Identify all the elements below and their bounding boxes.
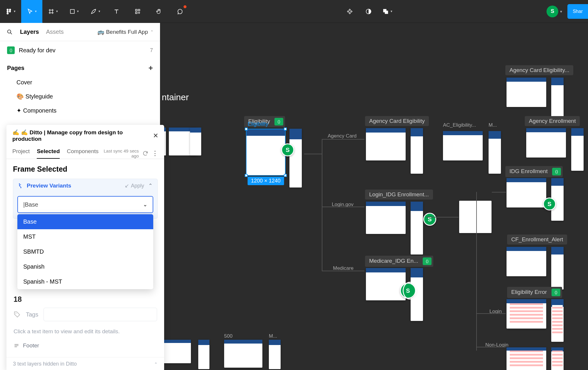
mini-frame-blank[interactable]: [459, 201, 492, 233]
tab-components[interactable]: Components: [67, 148, 99, 159]
frame-label-agency-card-elig-top[interactable]: Agency Card Eligibility...: [505, 65, 573, 75]
text-tool[interactable]: [106, 0, 127, 23]
mini-frame[interactable]: [489, 131, 501, 174]
variant-option-spanish-mst[interactable]: Spanish - MST: [17, 274, 153, 289]
page-item-components[interactable]: ✦ Components: [0, 103, 160, 118]
mini-frame[interactable]: [507, 347, 546, 370]
resources-tool[interactable]: [127, 0, 148, 23]
collaborator-avatar[interactable]: S: [543, 197, 556, 210]
mini-frame[interactable]: [198, 340, 209, 369]
dev-badge-icon: ⟨⟩: [7, 46, 15, 54]
chevron-down-icon: ▾: [99, 9, 100, 13]
variant-select[interactable]: |Base ⌄: [17, 196, 153, 213]
pen-tool[interactable]: ▾: [85, 0, 106, 23]
mini-frame[interactable]: [366, 202, 406, 234]
variant-option-sbmtd[interactable]: SBMTD: [17, 244, 153, 259]
mini-frame[interactable]: [526, 128, 566, 158]
page-selector[interactable]: 🚌 Benefits Full App ⌃: [97, 29, 154, 35]
multiplayer-tool[interactable]: ▾: [382, 6, 393, 17]
frame-label-medicare-idg[interactable]: Medicare_IDG En... ⟨⟩: [365, 256, 433, 267]
flow-label-medicare: Medicare: [333, 265, 354, 271]
frame-label-eligibility-error[interactable]: Eligibility Error ⟨⟩: [507, 287, 562, 298]
mini-frame[interactable]: [411, 202, 423, 255]
mini-frame[interactable]: [507, 178, 546, 207]
mini-frame[interactable]: [571, 128, 584, 171]
collaborator-avatar[interactable]: S: [423, 213, 436, 226]
components-overview[interactable]: [344, 6, 356, 17]
selected-frame-eligibility[interactable]: Eligibiilty 1200 × 1240: [246, 129, 286, 176]
collaborator-avatar-stack[interactable]: S: [400, 283, 416, 299]
user-avatar-menu[interactable]: S ▾: [547, 6, 562, 17]
preview-variants-header[interactable]: Preview Variants ↙ Apply ⌃: [13, 179, 157, 192]
svg-rect-6: [136, 9, 137, 11]
tab-layers[interactable]: Layers: [20, 29, 39, 35]
mini-frame[interactable]: [366, 268, 406, 300]
frame-label-m2[interactable]: M...: [269, 333, 277, 339]
comment-tool[interactable]: [169, 0, 191, 23]
add-page-button[interactable]: +: [149, 63, 153, 73]
mini-frame[interactable]: [551, 347, 564, 370]
ready-for-dev-label: Ready for dev: [19, 47, 56, 54]
dev-chip-icon: ⟨⟩: [552, 289, 560, 296]
share-button[interactable]: Shar: [567, 4, 588, 19]
page-item-styleguide[interactable]: 🎨 Styleguide: [0, 89, 160, 103]
tags-input[interactable]: [44, 308, 157, 321]
mini-frame[interactable]: [289, 129, 302, 187]
mini-frame[interactable]: [551, 78, 564, 120]
frame-label-agency-card-elig[interactable]: Agency Card Eligibility: [365, 116, 429, 126]
svg-rect-2: [7, 11, 9, 12]
hidden-layers-bar[interactable]: 3 text layers hidden in Ditto ⌃: [6, 357, 164, 370]
footer-text-item[interactable]: Footer: [13, 340, 158, 351]
shape-tool[interactable]: ▾: [64, 0, 85, 23]
mini-frame[interactable]: [269, 340, 281, 369]
tab-project[interactable]: Project: [12, 148, 30, 159]
branch-icon: [18, 183, 24, 189]
mini-frame[interactable]: [551, 299, 564, 342]
mini-frame[interactable]: [190, 128, 201, 155]
canvas[interactable]: ntainer Eligibility ⟨⟩ Eligibiilty 1200 …: [160, 23, 588, 370]
more-menu-button[interactable]: ⋮: [152, 150, 158, 157]
frame-label-cf-enrollment[interactable]: CF_Enrollment_Alert: [507, 235, 567, 245]
frame-label-m[interactable]: M...: [489, 122, 497, 128]
tab-assets[interactable]: Assets: [46, 29, 64, 35]
apply-button[interactable]: ↙ Apply: [125, 183, 144, 189]
page-item-cover[interactable]: Cover: [0, 76, 160, 89]
collaborator-avatar[interactable]: S: [281, 143, 294, 156]
search-icon[interactable]: [6, 29, 13, 35]
frame-label-500[interactable]: 500: [224, 333, 232, 339]
hand-tool[interactable]: [148, 0, 169, 23]
mini-frame[interactable]: [507, 78, 546, 107]
frame-label-agency-enrollment[interactable]: Agency Enrollment: [525, 116, 580, 126]
variant-option-mst[interactable]: MST: [17, 229, 153, 244]
ditto-header: ✍️ ✍️ Ditto | Manage copy from design to…: [6, 125, 164, 146]
frame-label-ac-elig[interactable]: AC_Eligibility...: [443, 122, 476, 128]
mini-frame[interactable]: [507, 247, 546, 276]
mini-frame[interactable]: [443, 131, 483, 160]
ready-for-dev-row[interactable]: ⟨⟩ Ready for dev 7: [0, 41, 160, 59]
selection-label: Eligibiilty: [248, 121, 268, 127]
refresh-icon[interactable]: [142, 150, 148, 157]
frame-label-login-idg[interactable]: Login_IDG Enrollment...: [365, 190, 433, 200]
pages-label: Pages: [7, 65, 24, 71]
figma-menu-button[interactable]: ▾: [0, 0, 21, 23]
tab-selected[interactable]: Selected: [37, 148, 60, 159]
close-button[interactable]: ✕: [153, 132, 158, 140]
frame-tool[interactable]: ▾: [42, 0, 64, 23]
svg-rect-11: [385, 11, 388, 14]
variant-option-base[interactable]: Base: [17, 214, 153, 229]
mini-frame[interactable]: [507, 299, 546, 329]
frame-label-idg-enrollment[interactable]: IDG Enrollment ⟨⟩: [505, 166, 563, 177]
chevron-down-icon: ▾: [77, 9, 79, 13]
move-tool[interactable]: ▾: [21, 0, 42, 23]
mini-frame[interactable]: [163, 340, 191, 363]
mini-frame[interactable]: [366, 128, 406, 160]
mini-frame[interactable]: [224, 340, 262, 368]
mini-frame[interactable]: [551, 247, 564, 289]
svg-rect-0: [7, 9, 9, 10]
dev-mode-toggle[interactable]: [363, 6, 374, 17]
variant-option-spanish[interactable]: Spanish: [17, 259, 153, 274]
mini-frame[interactable]: [411, 128, 423, 174]
svg-rect-7: [138, 9, 140, 11]
chevron-down-icon: ▾: [35, 9, 37, 13]
mini-frame: [246, 129, 285, 175]
